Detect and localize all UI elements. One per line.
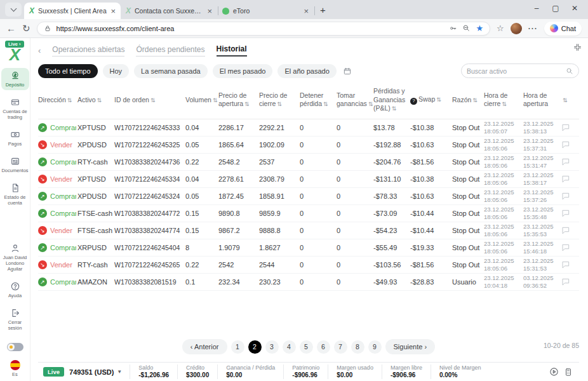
row-comment-button[interactable] — [561, 140, 579, 149]
row-comment-button[interactable] — [561, 209, 579, 218]
row-comment-button[interactable] — [561, 157, 579, 166]
browser-tab-etoro[interactable]: eToro × — [217, 3, 314, 19]
sidebar-item-pagos[interactable]: Pagos — [1, 127, 29, 149]
column-header[interactable]: ID de orden⇅ — [114, 96, 184, 105]
column-header[interactable]: Hora de cierre⇅ — [484, 91, 522, 109]
column-header[interactable]: Precio de apertura⇅ — [218, 91, 258, 109]
column-header[interactable]: Hora de apertura — [523, 91, 560, 109]
browser-tab-contact[interactable]: X Contacta con SuxxessFX × — [121, 3, 217, 19]
back-chevron-icon[interactable]: ‹ — [38, 46, 41, 55]
new-tab-button[interactable]: + — [320, 4, 326, 15]
page-button[interactable]: 9 — [368, 340, 382, 354]
filter-pill[interactable]: El año pasado — [277, 64, 336, 78]
table-row[interactable]: Comprar XPDUSD W1707212246245324 0.05 18… — [38, 188, 579, 205]
table-row[interactable]: Comprar RTY-cash W1703833820244736 0.22 … — [38, 154, 579, 171]
filter-pill[interactable]: El mes pasado — [213, 64, 273, 78]
play-circle-icon[interactable] — [549, 367, 559, 377]
filter-pill[interactable]: La semana pasada — [134, 64, 208, 78]
column-header[interactable]: Detener pérdida⇅ — [300, 91, 335, 109]
page-button[interactable]: 1 — [231, 340, 244, 354]
row-comment-button[interactable] — [561, 243, 579, 252]
column-header[interactable]: Tomar ganancias⇅ — [337, 91, 372, 109]
column-header[interactable]: Precio de cierre⇅ — [259, 91, 298, 109]
collapse-icon[interactable] — [573, 43, 582, 51]
browser-tab-client-area[interactable]: X Suxxessfx | Client Area × — [24, 3, 121, 19]
tab-close-icon[interactable]: × — [304, 7, 309, 15]
suxxessfx-logo[interactable]: X — [10, 46, 20, 63]
row-comment-button[interactable] — [561, 175, 579, 184]
table-row[interactable]: Vender XPDUSD W1707212246245325 0.05 186… — [38, 137, 579, 154]
url-text[interactable]: https://www.suxxessfx.com/client-area — [57, 25, 444, 32]
row-comment-button[interactable] — [561, 123, 579, 132]
zoom-out-icon[interactable] — [462, 24, 471, 32]
row-comment-button[interactable] — [561, 260, 579, 269]
tab-close-icon[interactable]: × — [110, 7, 116, 15]
column-header[interactable]: Activo⇅ — [77, 96, 113, 105]
tab-close-icon[interactable]: × — [207, 7, 212, 15]
window-maximize-button[interactable]: ▢ — [546, 0, 565, 17]
language-label[interactable]: Es — [12, 371, 18, 377]
column-header[interactable]: ?Swap⇅ — [410, 95, 451, 105]
back-button[interactable]: ← — [6, 23, 16, 33]
theme-toggle[interactable] — [7, 343, 23, 351]
table-row[interactable]: Comprar XRPUSD W1707212246245404 8 1.907… — [38, 239, 579, 257]
bookmark-star-icon[interactable]: ★ — [476, 24, 483, 32]
copilot-chat-button[interactable]: Chat — [544, 22, 582, 36]
search-icon[interactable] — [566, 67, 573, 75]
table-row[interactable]: Comprar AMAZON W170383382081519 0.1 232.… — [38, 274, 579, 291]
table-row[interactable]: Vender RTY-cash W1707212246245265 0.22 2… — [38, 257, 579, 274]
sidebar-item-cerrar-sesion[interactable]: Cerrar sesión — [1, 305, 29, 333]
previous-page-button[interactable]: ‹ Anterior — [182, 339, 227, 354]
refresh-button[interactable]: ↻ — [22, 23, 30, 33]
order-id-cell: W1707212246245333 — [114, 124, 184, 131]
column-header[interactable]: Pérdidas y Ganancias (P&L)⇅ — [373, 87, 409, 113]
column-header[interactable]: Dirección⇅ — [38, 96, 76, 105]
tab-ordenes-pendientes[interactable]: Órdenes pendientes — [136, 45, 204, 57]
swap-cell: -$10.44 — [410, 210, 451, 217]
table-row[interactable]: Vender FTSE-cash W1703833820244774 0.15 … — [38, 222, 579, 239]
sidebar-item-deposito[interactable]: Depósito — [1, 68, 29, 90]
search-box[interactable] — [461, 64, 579, 78]
column-header[interactable]: ⇅ — [561, 96, 579, 105]
tab-historial[interactable]: Historial — [217, 44, 247, 57]
window-minimize-button[interactable]: – — [527, 0, 546, 17]
column-header[interactable]: Volumen⇅ — [185, 96, 217, 105]
sidebar-item-ayuda[interactable]: Ayuda — [1, 279, 29, 301]
favorites-icon[interactable]: ☆ — [497, 24, 504, 32]
lock-icon[interactable] — [44, 25, 51, 32]
profile-avatar[interactable] — [511, 23, 522, 34]
browser-menu-icon[interactable]: ··· — [528, 24, 538, 33]
calendar-icon[interactable] — [343, 67, 352, 76]
page-button[interactable]: 5 — [300, 340, 313, 354]
column-header[interactable]: Razón⇅ — [452, 96, 483, 105]
tab-title: eToro — [233, 7, 300, 15]
filter-pill[interactable]: Hoy — [103, 64, 130, 78]
page-button[interactable]: 7 — [334, 340, 347, 354]
sidebar-item-cuentas-de-trading[interactable]: Cuentas de trading — [1, 95, 29, 123]
page-button[interactable]: 4 — [283, 340, 296, 354]
search-input[interactable] — [467, 67, 562, 75]
table-row[interactable]: Comprar FTSE-cash W1703833820244772 0.15… — [38, 205, 579, 222]
next-page-button[interactable]: Siguiente › — [385, 339, 436, 354]
calculator-icon[interactable] — [564, 368, 573, 377]
row-comment-button[interactable] — [561, 192, 579, 201]
page-button[interactable]: 3 — [265, 340, 279, 354]
table-row[interactable]: Vender XPTUSD W1707212246245334 0.04 227… — [38, 171, 579, 188]
spain-flag-icon[interactable] — [10, 360, 20, 370]
password-key-icon[interactable] — [449, 24, 457, 32]
tab-operaciones-abiertas[interactable]: Operaciones abiertas — [52, 45, 124, 57]
page-button[interactable]: 8 — [351, 340, 364, 354]
table-row[interactable]: Comprar XPTUSD W1707212246245333 0.04 22… — [38, 119, 579, 137]
sidebar-item-estado-de-cuenta[interactable]: Estado de cuenta — [1, 180, 29, 208]
account-selector[interactable]: 749351 (USD) ▼ — [64, 368, 130, 376]
page-button[interactable]: 6 — [317, 340, 330, 354]
page-button[interactable]: 2 — [248, 340, 262, 354]
row-comment-button[interactable] — [561, 277, 579, 286]
tab-search-button[interactable] — [5, 3, 22, 17]
sidebar-item-documentos[interactable]: Documentos — [1, 154, 29, 176]
address-bar[interactable]: https://www.suxxessfx.com/client-area ★ — [37, 22, 491, 36]
row-comment-button[interactable] — [561, 226, 579, 235]
window-close-button[interactable]: ✕ — [565, 0, 584, 17]
filter-pill[interactable]: Todo el tiempo — [38, 64, 98, 78]
sidebar-item-user[interactable]: Juan David Londono Aguilar — [1, 241, 29, 274]
